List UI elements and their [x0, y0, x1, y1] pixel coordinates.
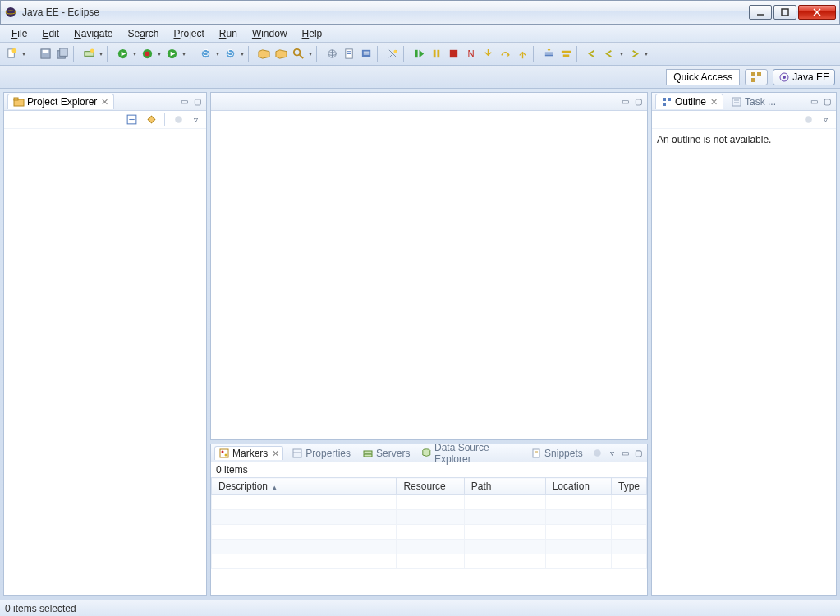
focus-markers-icon[interactable] — [590, 445, 605, 462]
table-row[interactable] — [212, 540, 647, 554]
search-icon[interactable] — [290, 46, 306, 62]
minimize-view-icon[interactable]: ▭ — [178, 96, 190, 108]
resume-icon[interactable] — [411, 46, 427, 62]
new-dropdown[interactable]: ▾ — [21, 50, 27, 57]
task-list-tab[interactable]: Task ... — [725, 94, 782, 110]
annotation-icon[interactable] — [358, 46, 374, 62]
svg-marker-39 — [419, 50, 424, 57]
col-path[interactable]: Path — [464, 478, 545, 495]
menu-project[interactable]: Project — [167, 26, 210, 41]
quick-access-input[interactable]: Quick Access — [666, 69, 740, 85]
open-perspective-button[interactable] — [745, 69, 768, 85]
new-jpa-icon[interactable]: S — [222, 46, 238, 62]
open-task-icon[interactable] — [273, 46, 289, 62]
disconnect-icon[interactable]: N — [462, 46, 479, 62]
step-over-icon[interactable] — [497, 46, 513, 62]
table-row[interactable] — [212, 525, 647, 540]
pin-icon[interactable] — [384, 46, 401, 62]
table-row[interactable] — [212, 554, 647, 569]
menu-edit[interactable]: Edit — [35, 26, 66, 41]
menu-help[interactable]: Help — [296, 26, 329, 41]
search-dropdown[interactable]: ▾ — [307, 50, 314, 57]
table-row[interactable] — [212, 495, 647, 510]
minimize-editor-icon[interactable]: ▭ — [619, 96, 631, 108]
svg-rect-11 — [59, 48, 67, 56]
step-into-icon[interactable] — [480, 46, 496, 62]
col-resource[interactable]: Resource — [397, 478, 464, 495]
menu-run[interactable]: Run — [213, 26, 244, 41]
menu-file[interactable]: File — [5, 26, 34, 41]
menu-window[interactable]: Window — [246, 26, 294, 41]
toggle-breadcrumb-icon[interactable] — [341, 46, 357, 62]
run-icon[interactable] — [114, 46, 131, 62]
last-edit-icon[interactable] — [584, 46, 600, 62]
close-button[interactable] — [798, 5, 836, 20]
col-type[interactable]: Type — [611, 478, 646, 495]
maximize-editor-icon[interactable]: ▢ — [632, 96, 644, 108]
back-dropdown[interactable]: ▾ — [618, 50, 625, 57]
new-server-dropdown[interactable]: ▾ — [98, 50, 104, 57]
suspend-icon[interactable] — [428, 46, 444, 62]
menu-search[interactable]: Search — [121, 26, 165, 41]
markers-view-menu-icon[interactable]: ▿ — [607, 448, 618, 459]
outline-tab[interactable]: Outline ✕ — [655, 94, 723, 109]
print-icon[interactable] — [324, 46, 340, 62]
new-icon[interactable] — [3, 46, 20, 62]
maximize-view-icon[interactable]: ▢ — [191, 96, 203, 108]
new-server-icon[interactable] — [80, 46, 97, 62]
col-location[interactable]: Location — [545, 478, 611, 495]
drop-frame-icon[interactable] — [540, 46, 557, 62]
perspective-javaee-button[interactable]: Java EE — [773, 69, 835, 85]
tab-properties-label: Properties — [305, 448, 351, 459]
outline-view-menu-icon[interactable]: ▿ — [819, 114, 831, 126]
project-explorer-body[interactable] — [4, 129, 206, 595]
svg-rect-71 — [663, 98, 666, 101]
tab-close-icon[interactable]: ✕ — [101, 97, 108, 108]
focus-task-icon[interactable] — [170, 112, 186, 128]
maximize-markers-icon[interactable]: ▢ — [632, 448, 644, 459]
step-return-icon[interactable] — [514, 46, 530, 62]
collapse-all-icon[interactable] — [123, 112, 140, 128]
tab-data-source-explorer[interactable]: Data Source Explorer — [418, 441, 522, 466]
maximize-button[interactable] — [773, 5, 796, 20]
editor-body[interactable] — [211, 111, 647, 439]
run-last-dropdown[interactable]: ▾ — [181, 50, 187, 57]
markers-close-icon[interactable]: ✕ — [272, 448, 279, 459]
outline-close-icon[interactable]: ✕ — [710, 97, 718, 108]
outline-icon — [661, 96, 672, 108]
open-type-icon[interactable] — [255, 46, 272, 62]
tab-snippets[interactable]: Snippets — [527, 447, 586, 460]
col-description[interactable]: Description▴ — [212, 478, 397, 495]
debug-icon[interactable] — [139, 46, 155, 62]
new-project-wizard-dropdown[interactable]: ▾ — [214, 50, 221, 57]
table-row[interactable] — [212, 510, 647, 525]
tab-markers[interactable]: Markers ✕ — [214, 446, 283, 460]
project-explorer-tab[interactable]: Project Explorer ✕ — [7, 94, 114, 109]
tab-servers[interactable]: Servers — [359, 447, 413, 460]
run-dropdown[interactable]: ▾ — [131, 50, 138, 57]
svg-rect-68 — [533, 449, 539, 457]
terminate-icon[interactable] — [445, 46, 461, 62]
menu-navigate[interactable]: Navigate — [67, 26, 119, 41]
back-icon[interactable] — [601, 46, 617, 62]
minimize-outline-icon[interactable]: ▭ — [808, 96, 819, 108]
outline-focus-icon[interactable] — [800, 112, 816, 128]
forward-dropdown[interactable]: ▾ — [643, 50, 650, 57]
tab-properties[interactable]: Properties — [288, 447, 354, 460]
link-editor-icon[interactable] — [143, 112, 159, 128]
save-icon[interactable] — [37, 46, 53, 62]
use-step-filters-icon[interactable] — [558, 46, 574, 62]
minimize-button[interactable] — [749, 5, 772, 20]
minimize-markers-icon[interactable]: ▭ — [620, 448, 631, 459]
new-jpa-dropdown[interactable]: ▾ — [239, 50, 246, 57]
eclipse-icon — [4, 6, 17, 19]
save-all-icon[interactable] — [54, 46, 71, 62]
view-menu-icon[interactable]: ▿ — [190, 114, 201, 126]
new-project-wizard-icon[interactable]: S — [197, 46, 213, 62]
maximize-outline-icon[interactable]: ▢ — [821, 96, 833, 108]
forward-icon[interactable] — [626, 46, 642, 62]
debug-dropdown[interactable]: ▾ — [156, 50, 163, 57]
svg-rect-46 — [544, 54, 552, 56]
perspective-bar: Quick Access Java EE — [0, 66, 840, 89]
run-last-icon[interactable] — [163, 46, 180, 62]
